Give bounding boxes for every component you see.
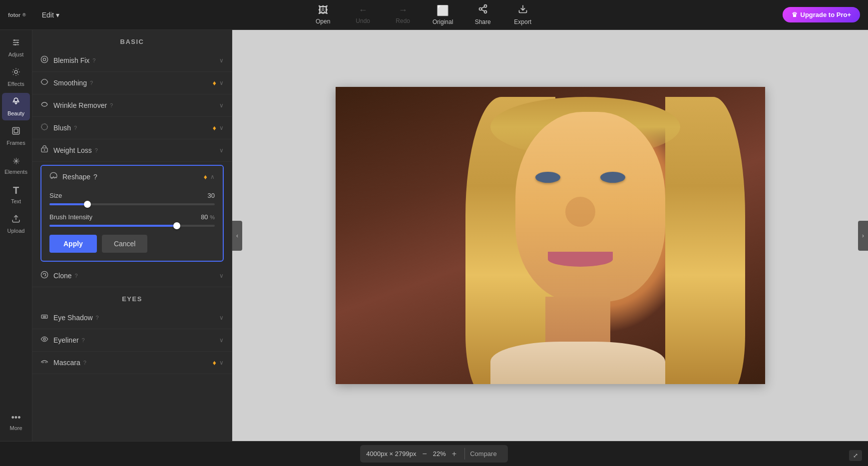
weight-loss-item[interactable]: Weight Loss ? ∨ [32, 139, 232, 162]
sidebar-item-elements[interactable]: ✳ Elements [2, 152, 30, 179]
text-icon: T [13, 185, 19, 196]
svg-point-23 [41, 271, 47, 278]
zoom-level: 22% [433, 450, 446, 458]
clone-item[interactable]: Clone ? ∨ [32, 265, 232, 287]
svg-point-9 [14, 39, 15, 41]
upload-icon [11, 214, 20, 226]
clone-icon [40, 271, 48, 281]
eye-shadow-chevron: ∨ [219, 314, 224, 321]
svg-point-1 [479, 8, 481, 10]
reshape-action-buttons: Apply Cancel [49, 235, 215, 253]
share-button[interactable]: Share [471, 4, 495, 25]
upgrade-button[interactable]: ♛ Upgrade to Pro+ [783, 7, 861, 22]
share-icon [478, 4, 488, 16]
compare-button[interactable]: Compare [464, 448, 501, 460]
svg-rect-14 [12, 127, 19, 134]
brush-intensity-value: 80 % [201, 213, 215, 221]
svg-point-17 [41, 56, 47, 62]
main-area: Adjust Effects Beauty [0, 30, 868, 441]
blemish-fix-icon [40, 55, 48, 65]
brush-intensity-slider-row: Brush Intensity 80 % [49, 213, 215, 227]
edit-button[interactable]: Edit ▾ [38, 9, 63, 21]
zoom-controls: 4000px × 2799px − 22% + Compare [360, 445, 507, 463]
reshape-help[interactable]: ? [93, 173, 97, 181]
svg-point-13 [14, 98, 18, 102]
canvas-image [336, 87, 765, 384]
fit-screen-button[interactable]: ⤢ [849, 450, 862, 461]
frames-icon [11, 126, 20, 138]
expand-right-button[interactable]: › [858, 221, 868, 251]
sidebar-item-adjust[interactable]: Adjust [2, 34, 30, 61]
original-button[interactable]: ⬜ Original [431, 4, 455, 25]
reshape-container: Reshape ? ♦ ∧ Size 30 [32, 162, 232, 265]
smoothing-item[interactable]: Smoothing ? ♦ ∨ [32, 72, 232, 94]
cancel-button[interactable]: Cancel [102, 235, 148, 253]
sidebar-item-upload[interactable]: Upload [2, 210, 30, 238]
mascara-help[interactable]: ? [83, 360, 86, 366]
crown-icon: ♛ [792, 11, 798, 18]
blush-icon [40, 123, 48, 133]
export-button[interactable]: Export [511, 4, 535, 25]
reshape-body: Size 30 Brush Intensity [41, 188, 223, 261]
svg-point-27 [43, 338, 45, 340]
weight-loss-chevron: ∨ [219, 147, 224, 154]
size-slider-row: Size 30 [49, 192, 215, 205]
smoothing-help[interactable]: ? [90, 80, 93, 86]
sidebar-item-effects[interactable]: Effects [2, 63, 30, 91]
weight-loss-help[interactable]: ? [95, 147, 98, 153]
blush-chevron: ∨ [219, 124, 224, 131]
topbar-actions: 🖼 Open ← Undo → Redo ⬜ Original Share [63, 4, 783, 25]
sidebar-item-more[interactable]: ••• More [2, 409, 30, 435]
wrinkle-help[interactable]: ? [110, 102, 113, 108]
wrinkle-remover-item[interactable]: Wrinkle Remover ? ∨ [32, 94, 232, 117]
open-icon: 🖼 [318, 4, 328, 16]
clone-help[interactable]: ? [75, 273, 78, 279]
zoom-out-button[interactable]: − [420, 449, 429, 460]
reshape-pro-icon: ♦ [204, 173, 207, 181]
bottom-bar: 4000px × 2799px − 22% + Compare ⤢ [0, 441, 868, 466]
eyeliner-chevron: ∨ [219, 337, 224, 344]
blemish-fix-help[interactable]: ? [92, 57, 95, 63]
sidebar-item-text[interactable]: T Text [2, 181, 30, 208]
clone-chevron: ∨ [219, 272, 224, 279]
reshape-chevron[interactable]: ∧ [210, 173, 215, 180]
brush-intensity-label: Brush Intensity [49, 213, 92, 221]
mascara-icon [40, 358, 48, 368]
svg-line-4 [481, 6, 484, 8]
zoom-in-button[interactable]: + [450, 449, 458, 460]
reshape-header[interactable]: Reshape ? ♦ ∧ [41, 166, 223, 188]
eyeliner-item[interactable]: Eyeliner ? ∨ [32, 329, 232, 352]
svg-point-2 [484, 10, 486, 13]
more-icon: ••• [11, 413, 21, 423]
fit-screen-icon: ⤢ [853, 452, 858, 459]
redo-button[interactable]: → Redo [391, 5, 415, 24]
mascara-item[interactable]: Mascara ? ♦ ∨ [32, 352, 232, 374]
collapse-panel-button[interactable]: ‹ [232, 221, 242, 251]
weight-loss-icon [40, 145, 48, 155]
undo-button[interactable]: ← Undo [351, 5, 375, 24]
basic-section-header: BASIC [32, 30, 232, 49]
svg-point-10 [17, 42, 18, 43]
size-slider-track[interactable] [49, 203, 215, 205]
smoothing-icon [40, 78, 48, 88]
blush-help[interactable]: ? [74, 125, 77, 131]
eyeliner-help[interactable]: ? [82, 337, 85, 343]
sidebar-item-beauty[interactable]: Beauty [2, 93, 30, 120]
sidebar-item-frames[interactable]: Frames [2, 122, 30, 150]
blemish-fix-item[interactable]: Blemish Fix ? ∨ [32, 49, 232, 72]
wrinkle-chevron: ∨ [219, 102, 224, 109]
reshape-icon [49, 172, 57, 182]
brush-intensity-slider-track[interactable] [49, 225, 215, 227]
canvas-area: ‹ › [232, 30, 868, 441]
eye-shadow-help[interactable]: ? [96, 315, 99, 321]
open-button[interactable]: 🖼 Open [311, 4, 335, 25]
original-icon: ⬜ [436, 4, 449, 16]
svg-line-3 [481, 9, 484, 11]
app-logo: fotor® [8, 12, 26, 18]
reshape-panel: Reshape ? ♦ ∧ Size 30 [40, 165, 224, 262]
apply-button[interactable]: Apply [49, 235, 97, 253]
size-value: 30 [208, 192, 215, 199]
blush-item[interactable]: Blush ? ♦ ∨ [32, 117, 232, 139]
elements-icon: ✳ [12, 156, 20, 167]
eye-shadow-item[interactable]: Eye Shadow ? ∨ [32, 307, 232, 329]
